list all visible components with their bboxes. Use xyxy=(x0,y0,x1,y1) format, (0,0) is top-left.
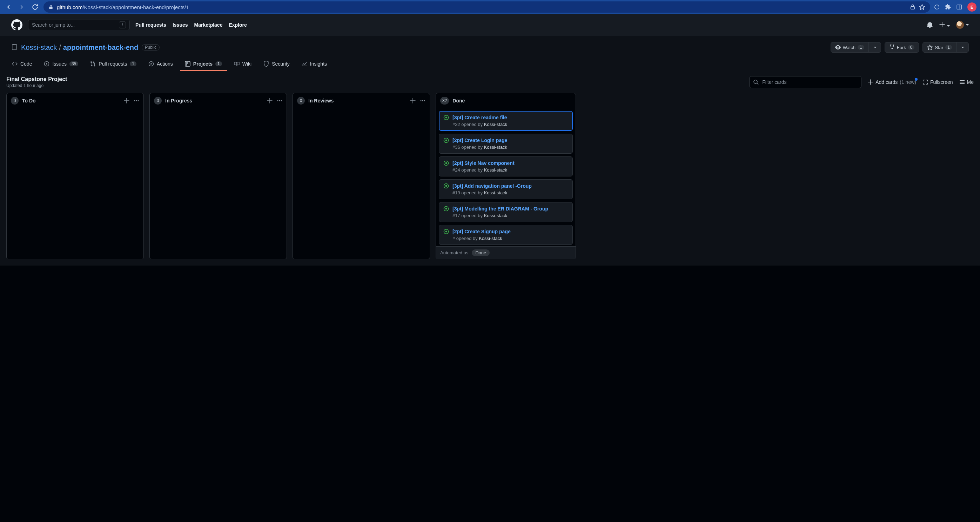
issues-count: 35 xyxy=(70,61,78,66)
nav-pulls[interactable]: Pull requests xyxy=(135,22,166,28)
card-subtitle: #19 opened by Kossi-stack xyxy=(452,190,568,196)
card-title: [2pt] Create Login page xyxy=(452,137,568,143)
tab-insights[interactable]: Insights xyxy=(297,57,332,71)
open-issue-icon xyxy=(443,183,449,196)
card-title: [2pt] Create Signup page xyxy=(452,229,568,234)
svg-rect-11 xyxy=(187,62,188,64)
svg-line-14 xyxy=(757,83,758,84)
add-card-icon[interactable] xyxy=(410,98,416,103)
card-subtitle: #24 opened by Kossi-stack xyxy=(452,167,568,173)
tab-actions[interactable]: Actions xyxy=(143,57,178,71)
open-issue-icon xyxy=(443,206,449,218)
search-placeholder: Search or jump to... xyxy=(32,22,75,28)
issue-card[interactable]: [3pt] Create readme file #32 opened by K… xyxy=(439,111,573,131)
bookmark-star-icon[interactable] xyxy=(919,4,925,10)
board: 0 To Do 0 In Progress 0 xyxy=(0,93,980,266)
star-button[interactable]: Star 1 xyxy=(923,42,969,53)
create-menu[interactable] xyxy=(939,22,950,29)
column-menu-icon[interactable] xyxy=(277,98,282,103)
issue-card[interactable]: [2pt] Create Login page #36 opened by Ko… xyxy=(439,134,573,154)
tab-security[interactable]: Security xyxy=(258,57,294,71)
add-card-icon[interactable] xyxy=(267,98,272,103)
menu-button[interactable]: Me xyxy=(959,79,974,85)
pulls-count: 1 xyxy=(130,61,137,66)
card-issue-number: #36 xyxy=(452,145,461,150)
notifications-icon[interactable] xyxy=(927,22,933,28)
tab-pulls[interactable]: Pull requests 1 xyxy=(85,57,142,71)
column-done: 32 Done [3pt] Create readme file #32 ope… xyxy=(436,93,576,259)
column-menu-icon[interactable] xyxy=(420,98,425,103)
sync-icon[interactable] xyxy=(934,4,940,10)
column-menu-icon[interactable] xyxy=(134,98,139,103)
share-icon[interactable] xyxy=(910,4,915,10)
browser-chrome: github.com/Kossi-stack/appointment-back-… xyxy=(0,0,980,14)
column-todo: 0 To Do xyxy=(6,93,144,259)
card-author: Kossi-stack xyxy=(484,122,507,127)
issue-card[interactable]: [2pt] Create Signup page # opened by Kos… xyxy=(439,225,573,245)
new-dot-indicator xyxy=(915,78,918,81)
search-input[interactable]: Search or jump to... / xyxy=(28,20,130,30)
filter-cards-input[interactable]: Filter cards xyxy=(749,76,861,88)
nav-issues[interactable]: Issues xyxy=(173,22,188,28)
svg-rect-16 xyxy=(960,82,964,83)
star-count: 1 xyxy=(945,45,952,50)
nav-explore[interactable]: Explore xyxy=(229,22,247,28)
fullscreen-button[interactable]: Fullscreen xyxy=(923,79,953,85)
card-opened-by: opened by xyxy=(461,213,484,218)
svg-point-32 xyxy=(445,162,447,164)
card-subtitle: #36 opened by Kossi-stack xyxy=(452,145,568,150)
svg-point-34 xyxy=(445,185,447,187)
svg-point-22 xyxy=(279,100,280,101)
tab-projects[interactable]: Projects 1 xyxy=(180,57,227,71)
card-subtitle: # opened by Kossi-stack xyxy=(452,236,568,241)
column-count: 0 xyxy=(297,97,305,105)
card-opened-by: opened by xyxy=(461,167,484,173)
url-bar[interactable]: github.com/Kossi-stack/appointment-back-… xyxy=(43,2,930,13)
nav-marketplace[interactable]: Marketplace xyxy=(194,22,223,28)
project-title: Final Capstone Project xyxy=(6,76,67,83)
extensions-icon[interactable] xyxy=(945,4,951,10)
panel-icon[interactable] xyxy=(956,4,963,10)
back-button[interactable] xyxy=(3,2,13,12)
tab-code[interactable]: Code xyxy=(7,57,37,71)
svg-rect-17 xyxy=(960,83,964,84)
svg-rect-10 xyxy=(186,62,187,65)
issue-card[interactable]: [3pt] Add navigation panel -Group #19 op… xyxy=(439,179,573,199)
card-opened-by: opened by xyxy=(461,122,484,127)
github-header: Search or jump to... / Pull requests Iss… xyxy=(0,14,980,36)
fork-button[interactable]: Fork 0 xyxy=(885,42,919,53)
open-issue-icon xyxy=(443,229,449,241)
repo-owner-link[interactable]: Kossi-stack xyxy=(21,43,57,52)
automated-chip: Done xyxy=(472,250,490,256)
forward-button[interactable] xyxy=(17,2,27,12)
svg-point-23 xyxy=(281,100,282,101)
tab-issues[interactable]: Issues 35 xyxy=(39,57,83,71)
issue-card[interactable]: [3pt] Modelling the ER DIAGRAM - Group #… xyxy=(439,202,573,222)
card-opened-by: opened by xyxy=(456,236,479,241)
watch-button[interactable]: Watch 1 xyxy=(830,42,881,53)
svg-point-28 xyxy=(445,117,447,119)
chevron-down-icon xyxy=(961,47,964,48)
url-text: github.com/Kossi-stack/appointment-back-… xyxy=(57,4,189,10)
slash-hint: / xyxy=(119,21,126,29)
issue-card[interactable]: [2pt] Style Nav component #24 opened by … xyxy=(439,156,573,177)
reload-button[interactable] xyxy=(30,2,40,12)
column-title: In Reviews xyxy=(308,98,334,103)
add-card-icon[interactable] xyxy=(124,98,129,103)
profile-avatar[interactable]: E xyxy=(967,2,977,11)
repo-tabs: Code Issues 35 Pull requests 1 Actions P… xyxy=(0,57,980,71)
user-menu[interactable] xyxy=(956,21,969,29)
card-issue-number: #24 xyxy=(452,167,461,173)
search-icon xyxy=(753,79,759,85)
tab-wiki[interactable]: Wiki xyxy=(229,57,256,71)
repo-name-link[interactable]: appointment-back-end xyxy=(63,43,138,52)
add-cards-button[interactable]: Add cards(1 new) xyxy=(868,79,916,85)
github-logo-icon[interactable] xyxy=(11,19,22,30)
automation-banner: Automated as Done xyxy=(436,246,576,259)
column-title: In Progress xyxy=(165,98,192,103)
filter-placeholder: Filter cards xyxy=(762,79,786,85)
card-subtitle: #17 opened by Kossi-stack xyxy=(452,213,568,218)
star-label: Star xyxy=(935,45,943,50)
user-avatar-icon xyxy=(956,21,964,29)
card-author: Kossi-stack xyxy=(484,167,507,173)
